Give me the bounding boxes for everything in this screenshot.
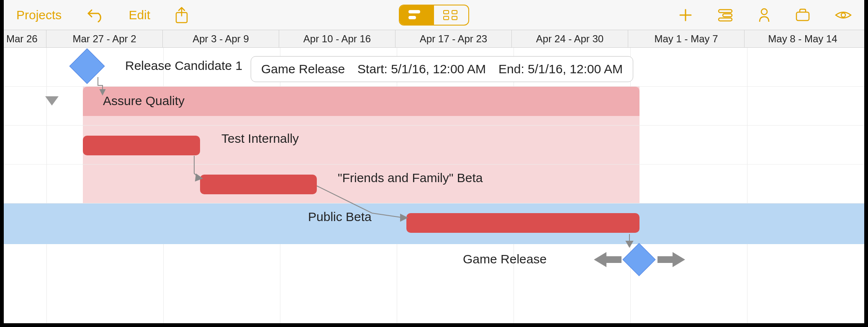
toolbar: Projects Edit bbox=[4, 0, 864, 30]
timeline-column: Apr 10 - Apr 16 bbox=[279, 30, 395, 47]
share-button[interactable] bbox=[175, 7, 189, 23]
timeline-column: Mar 26 bbox=[4, 30, 46, 47]
timeline-column: Apr 17 - Apr 23 bbox=[395, 30, 512, 47]
projects-button[interactable]: Projects bbox=[16, 8, 62, 22]
svg-rect-5 bbox=[444, 16, 449, 20]
task-info-tooltip: Game Release Start: 5/1/16, 12:00 AM End… bbox=[251, 56, 633, 82]
drag-handle-left[interactable] bbox=[594, 251, 621, 268]
gantt-view-button[interactable] bbox=[400, 5, 434, 25]
svg-rect-1 bbox=[408, 10, 420, 13]
resource-button[interactable] bbox=[758, 8, 770, 23]
svg-rect-4 bbox=[452, 10, 457, 14]
drag-handle-right[interactable] bbox=[657, 251, 685, 268]
project-button[interactable] bbox=[795, 8, 811, 22]
milestone-game-release[interactable] bbox=[622, 243, 655, 276]
timeline-header: Mar 26 Mar 27 - Apr 2 Apr 3 - Apr 9 Apr … bbox=[4, 30, 864, 48]
view-segmented-control[interactable] bbox=[399, 5, 469, 26]
tooltip-end: End: 5/1/16, 12:00 AM bbox=[498, 62, 623, 76]
outline-view-button[interactable] bbox=[434, 5, 468, 25]
task-label-game-release: Game Release bbox=[463, 252, 547, 266]
edit-button[interactable]: Edit bbox=[128, 8, 150, 22]
svg-point-10 bbox=[761, 9, 767, 15]
task-label: Test Internally bbox=[221, 131, 299, 146]
timeline-column: Apr 3 - Apr 9 bbox=[163, 30, 279, 47]
view-options-button[interactable] bbox=[835, 9, 852, 21]
timeline-column: Mar 27 - Apr 2 bbox=[46, 30, 163, 47]
svg-rect-2 bbox=[408, 16, 416, 19]
gantt-canvas[interactable]: Assure Quality Release Candidate 1 Test … bbox=[4, 48, 864, 323]
svg-rect-3 bbox=[444, 10, 449, 14]
task-bar-public-beta[interactable] bbox=[406, 213, 639, 233]
undo-button[interactable] bbox=[86, 8, 104, 23]
indent-button[interactable] bbox=[717, 8, 734, 22]
task-bar-friends-family[interactable] bbox=[200, 175, 317, 194]
task-bar-test-internally[interactable] bbox=[83, 136, 200, 155]
svg-point-12 bbox=[841, 13, 845, 17]
task-label: Public Beta bbox=[308, 210, 372, 224]
svg-rect-8 bbox=[723, 14, 732, 17]
svg-rect-11 bbox=[796, 12, 809, 21]
svg-rect-6 bbox=[452, 16, 457, 20]
add-button[interactable] bbox=[678, 8, 693, 22]
tooltip-title: Game Release bbox=[261, 62, 345, 76]
task-label: "Friends and Family" Beta bbox=[338, 171, 483, 185]
timeline-column: May 8 - May 14 bbox=[745, 30, 861, 47]
task-label: Release Candidate 1 bbox=[125, 59, 242, 73]
svg-rect-7 bbox=[719, 10, 732, 13]
timeline-column: Apr 24 - Apr 30 bbox=[512, 30, 628, 47]
timeline-column: May 1 - May 7 bbox=[628, 30, 745, 47]
svg-rect-9 bbox=[719, 18, 732, 21]
tooltip-start: Start: 5/1/16, 12:00 AM bbox=[357, 62, 486, 76]
